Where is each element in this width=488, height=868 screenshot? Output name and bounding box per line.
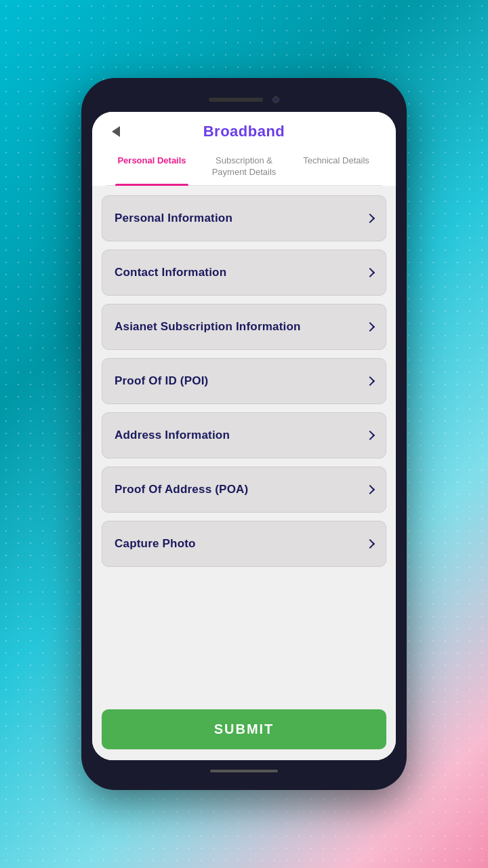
tab-personal-details[interactable]: Personal Details [106, 149, 198, 185]
back-arrow-icon [112, 126, 120, 137]
chevron-right-icon [365, 431, 375, 440]
phone-speaker [209, 98, 263, 102]
proof-of-id-card[interactable]: Proof Of ID (POI) [102, 358, 386, 404]
personal-information-label: Personal Information [115, 212, 232, 225]
chevron-right-icon [365, 214, 375, 223]
content-area: Personal Information Contact Information… [92, 186, 396, 700]
chevron-right-icon [365, 376, 375, 386]
tabs-container: Personal Details Subscription & Payment … [106, 149, 382, 186]
chevron-right-icon [365, 322, 375, 332]
app-title: Broadband [203, 123, 285, 140]
tab-subscription-payment[interactable]: Subscription & Payment Details [198, 149, 290, 185]
header-top: Broadband [106, 123, 382, 140]
address-information-label: Address Information [115, 429, 230, 442]
proof-of-id-label: Proof Of ID (POI) [115, 374, 208, 388]
contact-information-label: Contact Information [115, 266, 226, 279]
address-information-card[interactable]: Address Information [102, 412, 386, 458]
phone-top-bar [92, 90, 396, 109]
contact-information-card[interactable]: Contact Information [102, 250, 386, 296]
chevron-right-icon [365, 485, 375, 494]
submit-area: SUBMIT [92, 700, 396, 760]
proof-of-address-label: Proof Of Address (POA) [115, 483, 248, 496]
spacer [102, 575, 386, 693]
phone-shell: Broadband Personal Details Subscription … [81, 78, 407, 790]
asianet-subscription-card[interactable]: Asianet Subscription Information [102, 304, 386, 350]
tab-technical-details[interactable]: Technical Details [290, 149, 382, 185]
app-header: Broadband Personal Details Subscription … [92, 112, 396, 186]
chevron-right-icon [365, 539, 375, 549]
chevron-right-icon [365, 268, 375, 277]
phone-camera [272, 96, 279, 103]
phone-screen: Broadband Personal Details Subscription … [92, 112, 396, 760]
capture-photo-label: Capture Photo [115, 537, 196, 551]
home-indicator [210, 770, 278, 772]
capture-photo-card[interactable]: Capture Photo [102, 521, 386, 567]
phone-bottom-bar [92, 764, 396, 778]
submit-button[interactable]: SUBMIT [102, 709, 386, 749]
asianet-subscription-label: Asianet Subscription Information [115, 320, 301, 334]
personal-information-card[interactable]: Personal Information [102, 195, 386, 241]
back-button[interactable] [106, 121, 127, 142]
proof-of-address-card[interactable]: Proof Of Address (POA) [102, 467, 386, 513]
